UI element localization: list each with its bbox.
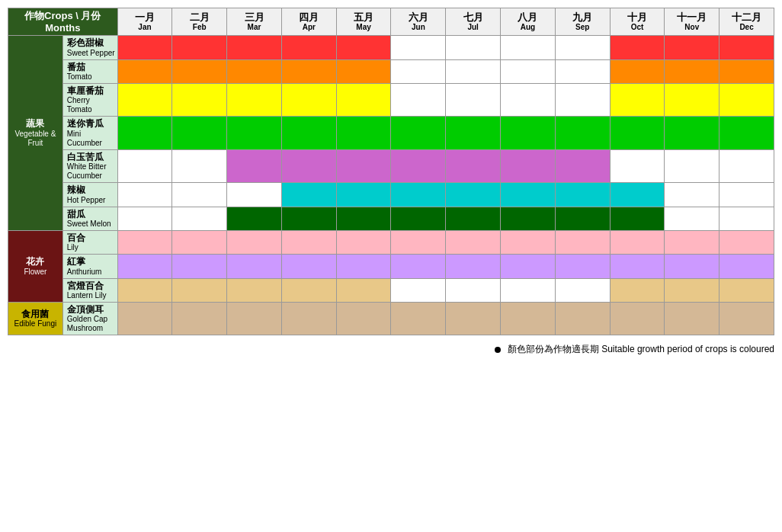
crop-month-cell: [281, 230, 336, 254]
crop-month-cell: [117, 303, 172, 335]
crop-month-cell: [501, 230, 556, 254]
crop-month-cell: [117, 149, 172, 182]
crop-month-cell: [336, 83, 391, 116]
crop-month-cell: [610, 278, 665, 302]
crop-month-cell: [446, 255, 501, 278]
table-row: 紅掌Anthurium: [8, 255, 774, 278]
crop-month-cell: [501, 117, 556, 149]
crop-month-cell: [501, 278, 556, 302]
crop-month-cell: [172, 230, 227, 254]
crop-name-cell: 車厘番茄Cherry Tomato: [62, 83, 117, 116]
crop-month-cell: [391, 149, 446, 182]
crop-month-cell: [555, 117, 610, 149]
table-row: 白玉苦瓜White Bitter Cucumber: [8, 149, 774, 182]
crop-month-cell: [117, 36, 172, 59]
month-header-aug: 八月Aug: [501, 8, 556, 36]
crop-month-cell: [446, 303, 501, 335]
crop-month-cell: [610, 117, 665, 149]
crop-month-cell: [720, 207, 774, 230]
table-row: 食用菌Edible Fungi金頂側耳Golden Cap Mushroom: [8, 303, 774, 335]
crop-month-cell: [501, 303, 556, 335]
category-flower: 花卉Flower: [8, 230, 63, 302]
crop-month-cell: [336, 207, 391, 230]
crop-month-cell: [555, 230, 610, 254]
crop-month-cell: [172, 36, 227, 59]
crop-month-cell: [227, 149, 282, 182]
crop-month-cell: [665, 117, 720, 149]
crop-month-cell: [720, 59, 774, 83]
crop-month-cell: [172, 117, 227, 149]
crop-name-cell: 番茄Tomato: [62, 59, 117, 83]
crop-calendar-table: 作物Crops \ 月份 Months 一月Jan二月Feb三月Mar四月Apr…: [8, 8, 774, 335]
crop-month-cell: [555, 303, 610, 335]
crop-month-cell: [281, 83, 336, 116]
crop-month-cell: [336, 278, 391, 302]
crop-month-cell: [336, 59, 391, 83]
month-header-jun: 六月Jun: [391, 8, 446, 36]
category-veg: 蔬果Vegetable & Fruit: [8, 36, 63, 231]
legend: 顏色部份為作物適長期 Suitable growth period of cro…: [8, 343, 774, 356]
crop-month-cell: [391, 278, 446, 302]
crop-month-cell: [281, 183, 336, 207]
table-row: 甜瓜Sweet Melon: [8, 207, 774, 230]
crop-month-cell: [665, 149, 720, 182]
crop-month-cell: [227, 117, 282, 149]
month-header-sep: 九月Sep: [555, 8, 610, 36]
crop-month-cell: [665, 83, 720, 116]
table-corner: 作物Crops \ 月份 Months: [8, 8, 118, 36]
crop-month-cell: [610, 230, 665, 254]
crop-month-cell: [446, 183, 501, 207]
crop-month-cell: [555, 83, 610, 116]
crop-month-cell: [281, 207, 336, 230]
crop-month-cell: [117, 117, 172, 149]
crop-month-cell: [391, 36, 446, 59]
crop-month-cell: [501, 83, 556, 116]
crop-month-cell: [720, 36, 774, 59]
month-header-may: 五月May: [336, 8, 391, 36]
crop-name-cell: 金頂側耳Golden Cap Mushroom: [62, 303, 117, 335]
crop-name-cell: 彩色甜椒Sweet Pepper: [62, 36, 117, 59]
crop-month-cell: [665, 36, 720, 59]
table-row: 花卉Flower百合Lily: [8, 230, 774, 254]
main-container: 作物Crops \ 月份 Months 一月Jan二月Feb三月Mar四月Apr…: [8, 8, 774, 356]
crop-month-cell: [391, 230, 446, 254]
crop-month-cell: [172, 83, 227, 116]
crop-month-cell: [227, 83, 282, 116]
crop-month-cell: [117, 230, 172, 254]
crop-month-cell: [665, 278, 720, 302]
crop-month-cell: [172, 59, 227, 83]
crop-month-cell: [610, 149, 665, 182]
crop-month-cell: [720, 117, 774, 149]
table-row: 番茄Tomato: [8, 59, 774, 83]
crop-month-cell: [227, 278, 282, 302]
crop-month-cell: [336, 183, 391, 207]
crop-month-cell: [336, 149, 391, 182]
crop-name-cell: 宮燈百合Lantern Lily: [62, 278, 117, 302]
crop-month-cell: [555, 278, 610, 302]
crop-month-cell: [281, 149, 336, 182]
crop-month-cell: [665, 230, 720, 254]
crop-name-cell: 白玉苦瓜White Bitter Cucumber: [62, 149, 117, 182]
crop-month-cell: [281, 278, 336, 302]
crop-month-cell: [501, 149, 556, 182]
crop-month-cell: [501, 255, 556, 278]
crop-month-cell: [227, 183, 282, 207]
crop-month-cell: [610, 36, 665, 59]
crop-month-cell: [555, 59, 610, 83]
table-row: 車厘番茄Cherry Tomato: [8, 83, 774, 116]
crop-month-cell: [501, 36, 556, 59]
crop-month-cell: [172, 255, 227, 278]
legend-text: 顏色部份為作物適長期 Suitable growth period of cro…: [508, 344, 774, 354]
crop-month-cell: [446, 278, 501, 302]
crop-month-cell: [227, 36, 282, 59]
crop-month-cell: [336, 303, 391, 335]
month-header-oct: 十月Oct: [610, 8, 665, 36]
crop-name-cell: 紅掌Anthurium: [62, 255, 117, 278]
crop-month-cell: [720, 303, 774, 335]
crop-month-cell: [665, 59, 720, 83]
crop-month-cell: [117, 183, 172, 207]
crop-month-cell: [720, 149, 774, 182]
table-row: 宮燈百合Lantern Lily: [8, 278, 774, 302]
crop-month-cell: [391, 255, 446, 278]
crop-month-cell: [117, 278, 172, 302]
